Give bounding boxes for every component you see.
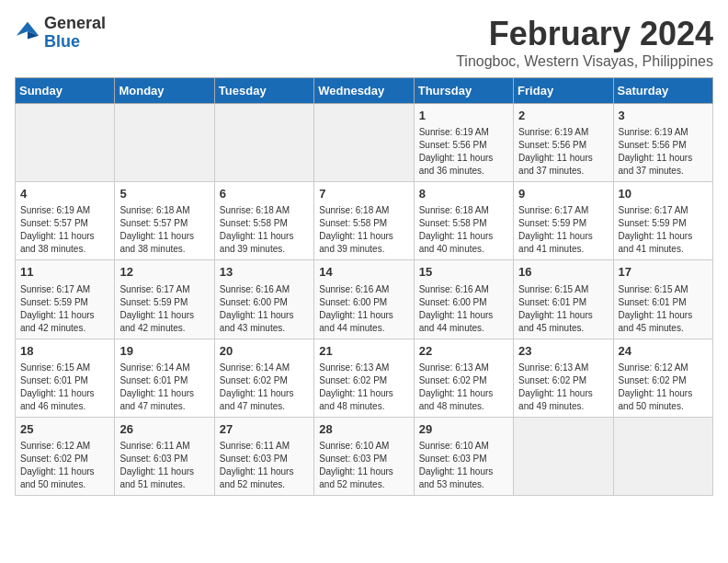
logo-blue-text: Blue [44,32,80,51]
day-number: 12 [119,264,209,281]
page-subtitle: Tinogboc, Western Visayas, Philippines [456,53,713,70]
day-number: 23 [518,343,608,360]
calendar-week-row: 1Sunrise: 6:19 AM Sunset: 5:56 PM Daylig… [16,104,713,182]
calendar-cell: 8Sunrise: 6:18 AM Sunset: 5:58 PM Daylig… [414,182,513,260]
day-info: Sunrise: 6:13 AM Sunset: 6:02 PM Dayligh… [419,362,508,413]
day-info: Sunrise: 6:18 AM Sunset: 5:58 PM Dayligh… [419,204,508,256]
day-info: Sunrise: 6:19 AM Sunset: 5:56 PM Dayligh… [619,126,708,178]
column-header-sunday: Sunday [16,78,115,104]
calendar-cell [16,104,115,182]
day-info: Sunrise: 6:14 AM Sunset: 6:02 PM Dayligh… [220,362,309,413]
column-header-saturday: Saturday [613,78,712,104]
calendar-cell [115,104,214,182]
day-info: Sunrise: 6:16 AM Sunset: 6:00 PM Dayligh… [319,283,408,335]
day-number: 15 [419,264,508,281]
day-number: 29 [419,421,508,438]
calendar-cell: 3Sunrise: 6:19 AM Sunset: 5:56 PM Daylig… [613,104,712,182]
day-info: Sunrise: 6:18 AM Sunset: 5:58 PM Dayligh… [319,204,408,256]
day-number: 5 [119,186,209,202]
logo: General Blue [15,15,106,52]
calendar-cell: 28Sunrise: 6:10 AM Sunset: 6:03 PM Dayli… [314,417,414,495]
calendar-cell: 1Sunrise: 6:19 AM Sunset: 5:56 PM Daylig… [414,104,513,182]
day-info: Sunrise: 6:13 AM Sunset: 6:02 PM Dayligh… [518,362,608,413]
page-title: February 2024 [456,15,713,53]
day-info: Sunrise: 6:19 AM Sunset: 5:57 PM Dayligh… [20,204,109,256]
calendar-cell [613,417,712,495]
day-info: Sunrise: 6:13 AM Sunset: 6:02 PM Dayligh… [319,362,408,413]
calendar-week-row: 18Sunrise: 6:15 AM Sunset: 6:01 PM Dayli… [16,339,713,417]
day-info: Sunrise: 6:11 AM Sunset: 6:03 PM Dayligh… [119,440,209,491]
day-number: 14 [319,264,408,281]
day-number: 20 [220,343,309,360]
day-number: 22 [419,343,508,360]
day-number: 6 [220,186,309,202]
day-info: Sunrise: 6:10 AM Sunset: 6:03 PM Dayligh… [419,440,508,491]
column-header-friday: Friday [514,78,613,104]
calendar-cell: 2Sunrise: 6:19 AM Sunset: 5:56 PM Daylig… [514,104,613,182]
column-header-monday: Monday [115,78,214,104]
day-info: Sunrise: 6:15 AM Sunset: 6:01 PM Dayligh… [518,283,608,335]
day-number: 13 [220,264,309,281]
day-info: Sunrise: 6:17 AM Sunset: 5:59 PM Dayligh… [119,283,209,335]
day-info: Sunrise: 6:11 AM Sunset: 6:03 PM Dayligh… [220,440,309,491]
day-number: 26 [119,421,209,438]
day-number: 1 [419,108,508,124]
calendar-cell: 16Sunrise: 6:15 AM Sunset: 6:01 PM Dayli… [514,260,613,339]
calendar-cell [314,104,414,182]
day-number: 17 [619,264,708,281]
calendar-cell: 6Sunrise: 6:18 AM Sunset: 5:58 PM Daylig… [214,182,313,260]
day-info: Sunrise: 6:16 AM Sunset: 6:00 PM Dayligh… [220,283,309,335]
calendar-week-row: 4Sunrise: 6:19 AM Sunset: 5:57 PM Daylig… [16,182,713,260]
day-number: 8 [419,186,508,202]
logo-bird-icon [15,20,40,46]
day-number: 28 [319,421,408,438]
calendar-cell: 5Sunrise: 6:18 AM Sunset: 5:57 PM Daylig… [115,182,214,260]
day-number: 18 [20,343,109,360]
day-info: Sunrise: 6:17 AM Sunset: 5:59 PM Dayligh… [518,204,608,256]
day-number: 25 [20,421,109,438]
day-info: Sunrise: 6:15 AM Sunset: 6:01 PM Dayligh… [20,362,109,413]
day-number: 9 [518,186,608,202]
day-number: 2 [518,108,608,124]
calendar-week-row: 11Sunrise: 6:17 AM Sunset: 5:59 PM Dayli… [16,260,713,339]
calendar-cell [214,104,313,182]
column-header-wednesday: Wednesday [314,78,414,104]
day-number: 21 [319,343,408,360]
day-number: 10 [619,186,708,202]
calendar-table: SundayMondayTuesdayWednesdayThursdayFrid… [15,77,713,496]
day-number: 24 [619,343,708,360]
column-header-thursday: Thursday [414,78,513,104]
calendar-cell: 17Sunrise: 6:15 AM Sunset: 6:01 PM Dayli… [613,260,712,339]
calendar-cell: 10Sunrise: 6:17 AM Sunset: 5:59 PM Dayli… [613,182,712,260]
calendar-cell: 14Sunrise: 6:16 AM Sunset: 6:00 PM Dayli… [314,260,414,339]
calendar-cell: 21Sunrise: 6:13 AM Sunset: 6:02 PM Dayli… [314,339,414,417]
calendar-cell: 12Sunrise: 6:17 AM Sunset: 5:59 PM Dayli… [115,260,214,339]
calendar-cell: 26Sunrise: 6:11 AM Sunset: 6:03 PM Dayli… [115,417,214,495]
day-info: Sunrise: 6:10 AM Sunset: 6:03 PM Dayligh… [319,440,408,491]
calendar-cell: 18Sunrise: 6:15 AM Sunset: 6:01 PM Dayli… [16,339,115,417]
column-header-tuesday: Tuesday [214,78,313,104]
day-number: 11 [20,264,109,281]
calendar-cell: 20Sunrise: 6:14 AM Sunset: 6:02 PM Dayli… [214,339,313,417]
calendar-cell: 22Sunrise: 6:13 AM Sunset: 6:02 PM Dayli… [414,339,513,417]
day-number: 4 [20,186,109,202]
day-info: Sunrise: 6:17 AM Sunset: 5:59 PM Dayligh… [619,204,708,256]
day-info: Sunrise: 6:14 AM Sunset: 6:01 PM Dayligh… [119,362,209,413]
day-number: 7 [319,186,408,202]
calendar-cell: 27Sunrise: 6:11 AM Sunset: 6:03 PM Dayli… [214,417,313,495]
calendar-cell: 23Sunrise: 6:13 AM Sunset: 6:02 PM Dayli… [514,339,613,417]
title-area: February 2024 Tinogboc, Western Visayas,… [456,15,713,70]
calendar-cell: 24Sunrise: 6:12 AM Sunset: 6:02 PM Dayli… [613,339,712,417]
calendar-cell: 4Sunrise: 6:19 AM Sunset: 5:57 PM Daylig… [16,182,115,260]
calendar-cell: 29Sunrise: 6:10 AM Sunset: 6:03 PM Dayli… [414,417,513,495]
calendar-cell: 25Sunrise: 6:12 AM Sunset: 6:02 PM Dayli… [16,417,115,495]
day-info: Sunrise: 6:18 AM Sunset: 5:57 PM Dayligh… [119,204,209,256]
day-info: Sunrise: 6:19 AM Sunset: 5:56 PM Dayligh… [419,126,508,178]
calendar-cell: 7Sunrise: 6:18 AM Sunset: 5:58 PM Daylig… [314,182,414,260]
day-info: Sunrise: 6:18 AM Sunset: 5:58 PM Dayligh… [220,204,309,256]
day-info: Sunrise: 6:19 AM Sunset: 5:56 PM Dayligh… [518,126,608,178]
calendar-cell: 15Sunrise: 6:16 AM Sunset: 6:00 PM Dayli… [414,260,513,339]
calendar-header-row: SundayMondayTuesdayWednesdayThursdayFrid… [16,78,713,104]
calendar-cell: 19Sunrise: 6:14 AM Sunset: 6:01 PM Dayli… [115,339,214,417]
day-number: 16 [518,264,608,281]
